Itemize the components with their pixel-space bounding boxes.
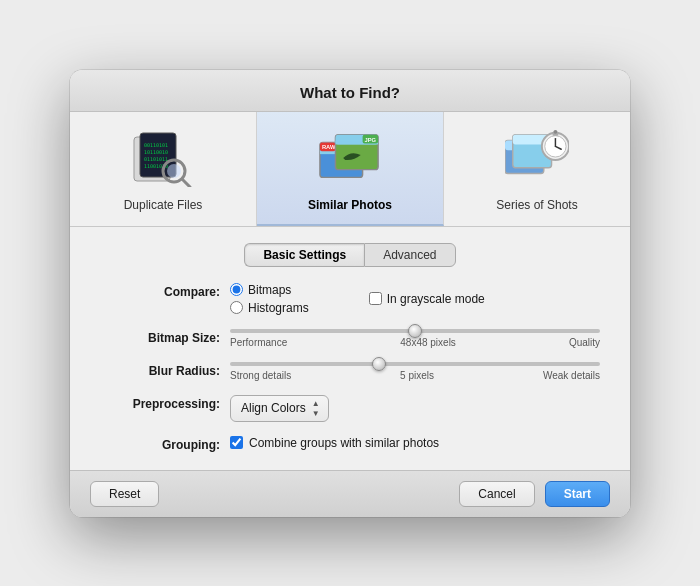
radio-bitmaps[interactable]: Bitmaps xyxy=(230,283,309,297)
svg-point-7 xyxy=(167,164,181,178)
blur-radius-slider[interactable] xyxy=(230,362,600,366)
duplicate-files-icon: 00110101 10110010 01101011 11001010 xyxy=(131,126,195,190)
compare-label: Compare: xyxy=(100,283,230,299)
what-to-find-dialog: What to Find? 00110101 10110010 01101011… xyxy=(70,70,630,517)
duplicate-files-label: Duplicate Files xyxy=(124,198,203,212)
title-bar: What to Find? xyxy=(70,70,630,112)
bitmap-size-slider[interactable] xyxy=(230,329,600,333)
svg-text:RAW: RAW xyxy=(322,144,336,150)
grouping-checkbox[interactable] xyxy=(230,436,243,449)
blur-radius-slider-container: Strong details 5 pixels Weak details xyxy=(230,362,600,381)
blur-radius-labels: Strong details 5 pixels Weak details xyxy=(230,370,600,381)
grouping-row: Combine groups with similar photos xyxy=(230,436,600,450)
dialog-title: What to Find? xyxy=(90,84,610,101)
svg-rect-28 xyxy=(553,129,557,133)
preprocessing-row: Align Colors ▲ ▼ xyxy=(230,395,600,422)
settings-content: Basic Settings Advanced Compare: Bitmaps… xyxy=(70,227,630,470)
preprocessing-select[interactable]: Align Colors ▲ ▼ xyxy=(230,395,329,422)
footer-right: Cancel Start xyxy=(459,481,610,507)
settings-grid: Compare: Bitmaps Histograms In grayscale… xyxy=(100,283,600,452)
bitmap-size-right: Quality xyxy=(569,337,600,348)
cancel-button[interactable]: Cancel xyxy=(459,481,534,507)
blur-radius-right: Weak details xyxy=(543,370,600,381)
svg-text:00110101: 00110101 xyxy=(144,142,168,148)
duplicate-files-option[interactable]: 00110101 10110010 01101011 11001010 Dupl… xyxy=(70,112,257,226)
select-arrows-icon: ▲ ▼ xyxy=(312,399,320,418)
bitmap-size-slider-container: Performance 48x48 pixels Quality xyxy=(230,329,600,348)
series-of-shots-icon xyxy=(505,126,569,190)
footer: Reset Cancel Start xyxy=(70,470,630,517)
svg-text:10110010: 10110010 xyxy=(144,149,168,155)
bitmap-size-label: Bitmap Size: xyxy=(100,329,230,345)
similar-photos-icon: RAW JPG xyxy=(318,126,382,190)
series-of-shots-option[interactable]: Series of Shots xyxy=(444,112,630,226)
grayscale-checkbox[interactable]: In grayscale mode xyxy=(369,292,485,306)
svg-text:JPG: JPG xyxy=(365,136,377,142)
compare-row: Bitmaps Histograms In grayscale mode xyxy=(230,283,600,315)
bitmap-size-left: Performance xyxy=(230,337,287,348)
grouping-text: Combine groups with similar photos xyxy=(249,436,439,450)
bitmap-size-labels: Performance 48x48 pixels Quality xyxy=(230,337,600,348)
preprocessing-value: Align Colors xyxy=(241,401,306,415)
radio-histograms[interactable]: Histograms xyxy=(230,301,309,315)
svg-text:01101011: 01101011 xyxy=(144,156,168,162)
similar-photos-option[interactable]: RAW JPG Similar Photos xyxy=(257,112,444,226)
tab-advanced[interactable]: Advanced xyxy=(364,243,455,267)
bitmap-size-center: 48x48 pixels xyxy=(400,337,456,348)
icon-row: 00110101 10110010 01101011 11001010 Dupl… xyxy=(70,112,630,227)
preprocessing-label: Preprocessing: xyxy=(100,395,230,411)
blur-radius-label: Blur Radius: xyxy=(100,362,230,378)
start-button[interactable]: Start xyxy=(545,481,610,507)
blur-radius-left: Strong details xyxy=(230,370,291,381)
svg-line-8 xyxy=(182,179,190,187)
similar-photos-label: Similar Photos xyxy=(308,198,392,212)
compare-radio-group: Bitmaps Histograms xyxy=(230,283,309,315)
blur-radius-center: 5 pixels xyxy=(400,370,434,381)
tab-basic[interactable]: Basic Settings xyxy=(244,243,364,267)
grouping-checkbox-label[interactable]: Combine groups with similar photos xyxy=(230,436,439,450)
grouping-label: Grouping: xyxy=(100,436,230,452)
reset-button[interactable]: Reset xyxy=(90,481,159,507)
tabs-container: Basic Settings Advanced xyxy=(100,243,600,267)
series-of-shots-label: Series of Shots xyxy=(496,198,577,212)
